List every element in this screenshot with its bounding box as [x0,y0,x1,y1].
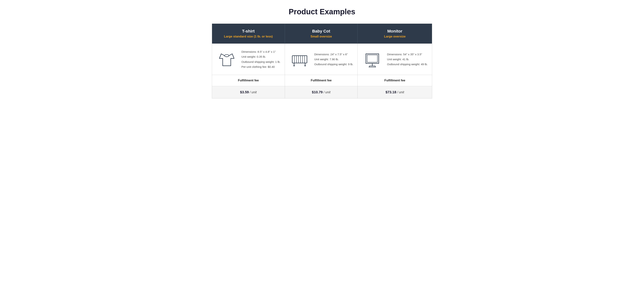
tshirt-outbound-weight: Outbound shipping weight: 1 lb. [242,60,280,63]
tshirt-extra-fee: Per-unit clothing fee: $0.40 [242,65,275,68]
tshirt-details-cell: Dimensions: 8.5" x 4.8" x 1" Unit weight… [212,44,285,75]
tshirt-fulfillment-label: Fulfillment fee [212,75,285,86]
cot-outbound-weight: Outbound shipping weight: 9 lb. [314,63,354,66]
monitor-outbound-weight: Outbound shipping weight: 49 lb. [387,63,428,66]
tshirt-unit-weight: Unit weight: 0.35 lb. [242,55,266,58]
page-title: Product Examples [4,7,640,16]
details-row: Dimensions: 8.5" x 4.8" x 1" Unit weight… [212,44,432,75]
product-table: T-shirt Large standard size (1 lb. or le… [212,24,432,99]
cot-product-info: Dimensions: 24" x 7.5" x 6" Unit weight:… [314,52,354,67]
header-monitor: Monitor Large oversize [358,24,432,44]
monitor-dimensions: Dimensions: 54" x 35" x 3.5" [387,53,422,56]
fulfillment-price-row: $3.59 / unit $10.79 / unit $73.18 / unit [212,86,432,99]
cot-product-size: Small oversize [290,35,352,38]
tshirt-price-unit: / unit [250,90,257,94]
tshirt-product-info: Dimensions: 8.5" x 4.8" x 1" Unit weight… [242,49,280,69]
fulfillment-label-row: Fulfillment fee Fulfillment fee Fulfillm… [212,75,432,86]
monitor-price: $73.18 [386,90,396,94]
monitor-icon-wrap [361,50,383,69]
monitor-unit-weight: Unit weight: 41 lb. [387,58,409,61]
monitor-details-cell: Dimensions: 54" x 35" x 3.5" Unit weight… [358,44,432,75]
header-babycot: Baby Cot Small oversize [285,24,358,44]
table-header-row: T-shirt Large standard size (1 lb. or le… [212,24,432,44]
tshirt-product-size: Large standard size (1 lb. or less) [218,35,279,38]
cot-icon-wrap [288,50,310,69]
header-tshirt: T-shirt Large standard size (1 lb. or le… [212,24,285,44]
tshirt-price: $3.59 [240,90,249,94]
cot-product-name: Baby Cot [290,29,352,34]
monitor-product-name: Monitor [363,29,426,34]
cot-dimensions: Dimensions: 24" x 7.5" x 6" [314,53,348,56]
monitor-product-size: Large oversize [363,35,426,38]
monitor-fulfillment-label: Fulfillment fee [358,75,432,86]
monitor-price-cell: $73.18 / unit [358,86,432,99]
monitor-price-unit: / unit [397,90,404,94]
tshirt-icon-wrap [216,50,238,69]
monitor-product-info: Dimensions: 54" x 35" x 3.5" Unit weight… [387,52,428,67]
cot-unit-weight: Unit weight: 7.90 lb. [314,58,339,61]
cot-icon [290,50,309,69]
tshirt-product-name: T-shirt [218,29,279,34]
cot-fulfillment-label: Fulfillment fee [285,75,358,86]
tshirt-dimensions: Dimensions: 8.5" x 4.8" x 1" [242,50,276,53]
cot-price-cell: $10.79 / unit [285,86,358,99]
tshirt-price-cell: $3.59 / unit [212,86,285,99]
tshirt-icon [218,50,236,69]
cot-details-cell: Dimensions: 24" x 7.5" x 6" Unit weight:… [285,44,358,75]
monitor-icon [363,50,382,69]
cot-price-unit: / unit [324,90,330,94]
cot-price: $10.79 [312,90,323,94]
